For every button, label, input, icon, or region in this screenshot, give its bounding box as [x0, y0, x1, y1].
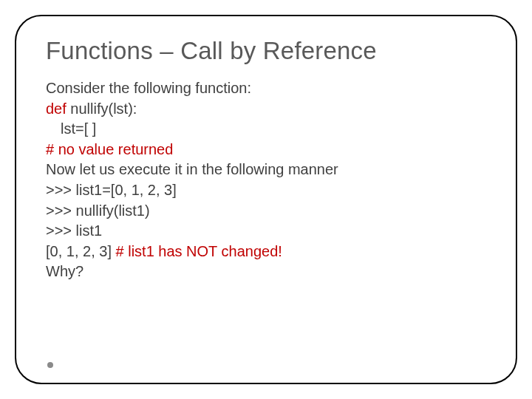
- output-line: [0, 1, 2, 3] # list1 has NOT changed!: [46, 242, 486, 262]
- comment-line: # no value returned: [46, 140, 486, 160]
- slide-frame: Functions – Call by Reference Consider t…: [15, 15, 517, 384]
- comment-text: # list1 has NOT changed!: [116, 243, 282, 259]
- text: Why?: [46, 263, 83, 279]
- repl-line: >>> nullify(list1): [46, 201, 486, 222]
- text-line: Now let us execute it in the following m…: [46, 160, 486, 180]
- repl-line: >>> list1=[0, 1, 2, 3]: [46, 180, 486, 201]
- code-text: [0, 1, 2, 3]: [46, 243, 116, 259]
- slide-body: Consider the following function: def nul…: [46, 78, 486, 282]
- bullet-dot-icon: [47, 362, 53, 368]
- code-text: lst=[ ]: [61, 120, 96, 137]
- keyword-def: def: [46, 100, 66, 117]
- code-text: >>> nullify(list1): [46, 202, 150, 219]
- comment-text: # no value returned: [46, 141, 173, 157]
- text-line: Why?: [46, 262, 486, 282]
- slide-title: Functions – Call by Reference: [46, 37, 486, 65]
- repl-line: >>> list1: [46, 221, 486, 242]
- code-text: >>> list1: [46, 222, 102, 239]
- text: Now let us execute it in the following m…: [46, 161, 338, 177]
- code-text: nullify(lst):: [66, 100, 137, 117]
- code-line-def: def nullify(lst):: [46, 99, 486, 120]
- text-line: Consider the following function:: [46, 78, 486, 99]
- code-text: >>> list1=[0, 1, 2, 3]: [46, 182, 177, 198]
- text: Consider the following function:: [46, 80, 251, 96]
- code-line: lst=[ ]: [46, 119, 486, 140]
